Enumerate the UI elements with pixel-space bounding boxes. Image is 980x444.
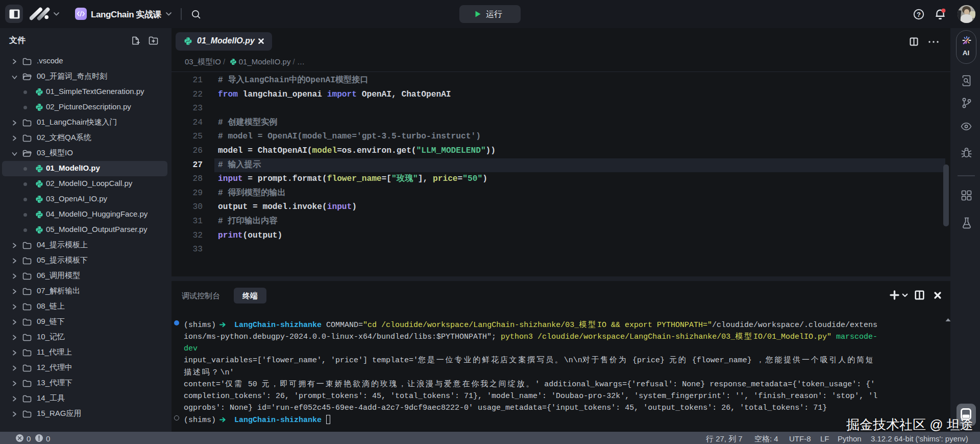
svg-text:?: ? xyxy=(917,11,921,18)
